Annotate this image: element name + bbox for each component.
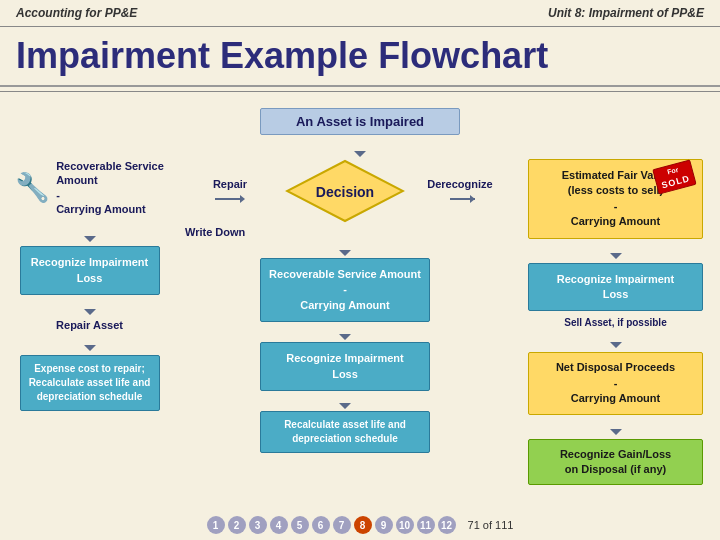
arrow-right-2	[606, 332, 626, 348]
page-total: 71 of 111	[468, 519, 514, 531]
repair-label: Repair	[213, 178, 247, 190]
nav-page-6[interactable]: 6	[312, 516, 330, 534]
recoverable-amount-label: Recoverable Service Amount - Carrying Am…	[56, 159, 164, 216]
svg-marker-10	[339, 240, 351, 256]
derecognize-side: Derecognize	[405, 178, 515, 206]
svg-marker-3	[84, 335, 96, 351]
left-top: 🔧 Recoverable Service Amount - Carrying …	[15, 159, 164, 216]
svg-marker-15	[610, 419, 622, 435]
decision-row: Repair Decision Derecognize	[175, 159, 515, 224]
page-title: Impairment Example Flowchart	[0, 31, 720, 87]
left-column: 🔧 Recoverable Service Amount - Carrying …	[12, 159, 167, 485]
nav-page-3[interactable]: 3	[249, 516, 267, 534]
decision-diamond: Decision	[285, 159, 405, 224]
right-impairment-box: Recognize ImpairmentLoss	[528, 263, 703, 312]
right-column: For SOLD Estimated Fair Value (less cost…	[523, 159, 708, 485]
net-disposal-box: Net Disposal Proceeds - Carrying Amount	[528, 352, 703, 414]
nav-page-10[interactable]: 10	[396, 516, 414, 534]
nav-page-7[interactable]: 7	[333, 516, 351, 534]
repair-arrow	[215, 192, 245, 206]
arrow-mid-2	[335, 324, 355, 340]
nav-page-5[interactable]: 5	[291, 516, 309, 534]
estimated-fair-value-box: For SOLD Estimated Fair Value (less cost…	[528, 159, 703, 239]
left-impairment-box: Recognize Impairment Loss	[20, 246, 160, 295]
svg-marker-13	[610, 243, 622, 259]
mid-impairment-box: Recognize Impairment Loss	[260, 342, 430, 391]
divider-top	[0, 26, 720, 27]
write-down-label: Write Down	[185, 226, 245, 238]
nav-page-2[interactable]: 2	[228, 516, 246, 534]
svg-marker-1	[84, 226, 96, 242]
arrow-mid-1	[335, 240, 355, 256]
sold-stamp: For SOLD	[652, 159, 697, 195]
sell-asset-label: Sell Asset, if possible	[564, 317, 666, 328]
page-navigation: 123456789101112 71 of 111	[0, 516, 720, 534]
arrow-left-3	[80, 335, 100, 351]
write-down-row: Write Down	[175, 226, 515, 238]
svg-marker-11	[339, 324, 351, 340]
nav-page-9[interactable]: 9	[375, 516, 393, 534]
derecognize-label: Derecognize	[427, 178, 492, 190]
nav-page-8[interactable]: 8	[354, 516, 372, 534]
gain-loss-box: Recognize Gain/Loss on Disposal (if any)	[528, 439, 703, 486]
repair-side: Repair	[175, 178, 285, 206]
header: Accounting for PP&E Unit 8: Impairment o…	[0, 0, 720, 26]
nav-page-11[interactable]: 11	[417, 516, 435, 534]
wrench-icon: 🔧	[15, 171, 50, 204]
sold-wrapper: For SOLD Estimated Fair Value (less cost…	[528, 159, 703, 239]
top-box: An Asset is Impaired	[260, 108, 460, 135]
nav-page-12[interactable]: 12	[438, 516, 456, 534]
arrow-left-2	[80, 299, 100, 315]
svg-marker-6	[287, 161, 403, 221]
expense-cost-box: Expense cost to repair; Recalculate asse…	[20, 355, 160, 411]
svg-marker-14	[610, 332, 622, 348]
arrow-right-3	[606, 419, 626, 435]
nav-numbers: 123456789101112	[207, 516, 456, 534]
arrow-mid-3	[335, 393, 355, 409]
svg-marker-2	[84, 299, 96, 315]
svg-marker-5	[240, 195, 245, 203]
arrow-left-1	[80, 226, 100, 242]
main-layout: 🔧 Recoverable Service Amount - Carrying …	[12, 159, 708, 485]
header-right: Unit 8: Impairment of PP&E	[548, 6, 704, 20]
svg-marker-0	[354, 141, 366, 157]
nav-page-1[interactable]: 1	[207, 516, 225, 534]
divider-title	[0, 91, 720, 92]
main-content: An Asset is Impaired 🔧 Recoverable Servi…	[0, 100, 720, 493]
mid-recalculate-box: Recalculate asset life and depreciation …	[260, 411, 430, 453]
middle-column: Repair Decision Derecognize	[175, 159, 515, 485]
mid-recoverable-box: Recoverable Service Amount - Carrying Am…	[260, 258, 430, 322]
repair-asset-label: Repair Asset	[56, 319, 123, 331]
derecognize-arrow	[445, 192, 475, 206]
arrow-from-top	[350, 141, 370, 157]
arrow-right-1	[606, 243, 626, 259]
header-left: Accounting for PP&E	[16, 6, 137, 20]
svg-marker-12	[339, 393, 351, 409]
nav-page-4[interactable]: 4	[270, 516, 288, 534]
